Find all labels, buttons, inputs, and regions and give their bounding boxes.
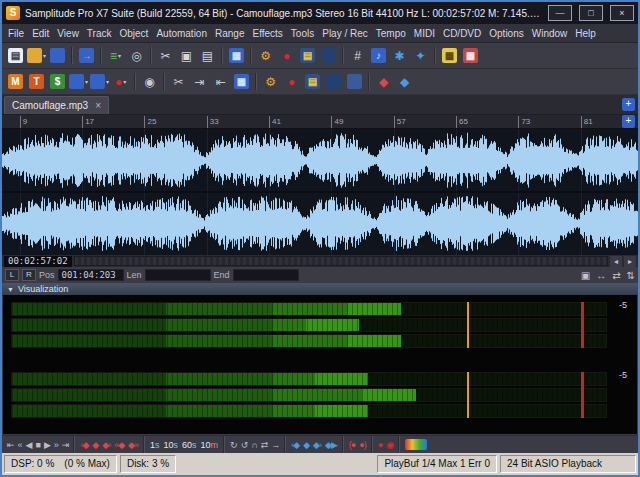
- swap-view-icon[interactable]: ⇄: [612, 270, 620, 281]
- zoom-1s-button[interactable]: 1s: [148, 437, 162, 453]
- loop-range-button[interactable]: ↺: [239, 437, 250, 453]
- visualization-settings-icon[interactable]: ▤: [303, 72, 322, 92]
- menu-view[interactable]: View: [53, 28, 83, 39]
- menu-help[interactable]: Help: [571, 28, 600, 39]
- save-project-icon[interactable]: [48, 46, 67, 66]
- load-object-icon[interactable]: ▾: [90, 72, 109, 92]
- mute-object-icon[interactable]: M: [6, 72, 25, 92]
- crossfade-editor-icon[interactable]: ✱: [390, 46, 409, 66]
- snap-icon[interactable]: ✦: [411, 46, 430, 66]
- zoom-60s-button[interactable]: 60s: [180, 437, 199, 453]
- len-value-field[interactable]: [145, 269, 211, 281]
- paste-icon[interactable]: ▤: [198, 46, 217, 66]
- play-range-button[interactable]: ◆▶: [323, 437, 339, 453]
- menu-track[interactable]: Track: [83, 28, 116, 39]
- range-marker-icon[interactable]: ◆: [374, 72, 393, 92]
- zoom-10m-button[interactable]: 10m: [199, 437, 221, 453]
- ruler-add-button[interactable]: +: [622, 115, 635, 128]
- solo-object-icon[interactable]: $: [48, 72, 67, 92]
- menu-edit[interactable]: Edit: [28, 28, 53, 39]
- copy-object-icon[interactable]: ⇥: [190, 72, 209, 92]
- close-button[interactable]: ×: [610, 5, 634, 21]
- menu-window[interactable]: Window: [528, 28, 572, 39]
- trim-object-icon[interactable]: T: [27, 72, 46, 92]
- goto-start-button[interactable]: ⇤: [5, 437, 16, 453]
- split-object-icon[interactable]: ✂: [169, 72, 188, 92]
- record-options-icon[interactable]: ●: [282, 72, 301, 92]
- play-loop-button[interactable]: ∩: [249, 437, 258, 453]
- rewind-button[interactable]: «: [16, 437, 24, 453]
- range-start-marker-button[interactable]: «◆: [112, 437, 126, 453]
- add-tab-button[interactable]: +: [622, 98, 635, 111]
- stop-button[interactable]: ■: [33, 437, 41, 453]
- menu-file[interactable]: File: [4, 28, 28, 39]
- monitoring-icon[interactable]: ◉: [140, 72, 159, 92]
- open-project-icon[interactable]: ▾: [27, 46, 46, 66]
- burn-cd-icon[interactable]: ◎: [127, 46, 146, 66]
- next-marker-button[interactable]: ◆›: [100, 437, 112, 453]
- menu-options[interactable]: Options: [485, 28, 527, 39]
- play-reverse-button[interactable]: ◀: [24, 437, 34, 453]
- play-once-button[interactable]: →: [269, 437, 281, 453]
- settings-gear-icon[interactable]: ⚙: [256, 46, 275, 66]
- loop-playback-button[interactable]: ↻: [228, 437, 239, 453]
- copy-icon[interactable]: ▣: [177, 46, 196, 66]
- menu-tempo[interactable]: Tempo: [372, 28, 410, 39]
- horizontal-zoom-icon[interactable]: ↔: [596, 270, 606, 281]
- next-range-button[interactable]: ◆›: [311, 437, 323, 453]
- time-grid-icon[interactable]: #: [348, 46, 367, 66]
- effects-gear-icon[interactable]: ⚙: [261, 72, 280, 92]
- manager-list-icon[interactable]: ≡▾: [106, 46, 125, 66]
- new-project-icon[interactable]: ▤: [6, 46, 25, 66]
- export-audio-icon[interactable]: →: [77, 46, 96, 66]
- playback-options-icon[interactable]: ▤: [298, 46, 317, 66]
- shuffle-play-button[interactable]: ⇄: [259, 437, 270, 453]
- play-button[interactable]: ▶: [42, 437, 52, 453]
- menu-cd-dvd[interactable]: CD/DVD: [439, 28, 485, 39]
- punch-in-button[interactable]: (●: [347, 437, 357, 453]
- waveform-canvas[interactable]: [2, 129, 638, 255]
- paste-object-icon[interactable]: ⇤: [211, 72, 230, 92]
- left-channel-button[interactable]: L: [5, 269, 19, 281]
- timeline-ruler[interactable]: + 9172533414957657381: [2, 115, 638, 129]
- record-pause-button[interactable]: ◉: [384, 437, 395, 453]
- collapse-visualization-icon[interactable]: ▼: [7, 286, 14, 293]
- menu-range[interactable]: Range: [211, 28, 248, 39]
- menu-play-rec[interactable]: Play / Rec: [318, 28, 372, 39]
- record-icon[interactable]: ●: [277, 46, 296, 66]
- set-marker-button[interactable]: ◆: [90, 437, 100, 453]
- video-window-icon[interactable]: ▦: [227, 46, 246, 66]
- menu-midi[interactable]: MIDI: [410, 28, 439, 39]
- store-range-button[interactable]: ◆: [301, 437, 311, 453]
- cut-icon[interactable]: ✂: [156, 46, 175, 66]
- minimize-button[interactable]: —: [548, 5, 572, 21]
- mixer-open-icon[interactable]: [324, 72, 343, 92]
- take-composer-icon[interactable]: ▦: [440, 46, 459, 66]
- object-editor-icon[interactable]: ▦: [232, 72, 251, 92]
- spectral-editor-icon[interactable]: ▦: [461, 46, 480, 66]
- pos-value-field[interactable]: 001:04:203: [58, 269, 124, 281]
- spectroscope-button[interactable]: [403, 437, 429, 453]
- prev-range-button[interactable]: ‹◆: [289, 437, 301, 453]
- record-button[interactable]: ●: [376, 437, 384, 453]
- play-marker-icon[interactable]: ◆: [395, 72, 414, 92]
- maximize-button[interactable]: □: [579, 5, 603, 21]
- track-mixer-icon[interactable]: [345, 72, 364, 92]
- scroll-right-button[interactable]: ▸: [624, 256, 636, 267]
- zoom-10s-button[interactable]: 10s: [162, 437, 181, 453]
- record-mode-icon[interactable]: ●▾: [111, 72, 130, 92]
- waveform-area[interactable]: [2, 129, 638, 255]
- range-end-marker-button[interactable]: ◆»: [126, 437, 140, 453]
- menu-tools[interactable]: Tools: [287, 28, 318, 39]
- menu-automation[interactable]: Automation: [152, 28, 211, 39]
- grid-view-icon[interactable]: ▣: [581, 270, 590, 281]
- goto-end-button[interactable]: ⇥: [60, 437, 71, 453]
- right-channel-button[interactable]: R: [22, 269, 36, 281]
- prev-marker-button[interactable]: ‹◆: [78, 437, 90, 453]
- tab-close-icon[interactable]: ×: [95, 100, 101, 111]
- forward-button[interactable]: »: [52, 437, 60, 453]
- scroll-left-button[interactable]: ◂: [610, 256, 622, 267]
- horizontal-scrollbar[interactable]: [74, 256, 608, 266]
- menu-effects[interactable]: Effects: [248, 28, 286, 39]
- menu-object[interactable]: Object: [116, 28, 153, 39]
